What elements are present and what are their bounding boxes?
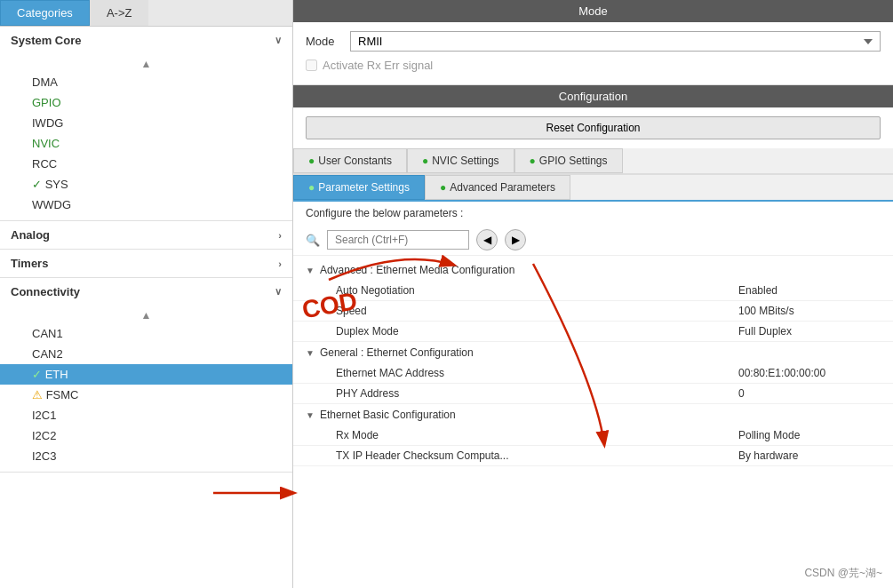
param-name-rx-mode: Rx Mode bbox=[336, 429, 738, 441]
tab-parameter-settings-label: Parameter Settings bbox=[318, 181, 410, 194]
checkbox-rx-err-row: Activate Rx Err signal bbox=[306, 59, 881, 72]
param-value-duplex: Full Duplex bbox=[738, 325, 881, 338]
connectivity-items: ▲ CAN1 CAN2 ETH FSMC I2C1 I2C2 I2C3 bbox=[0, 306, 292, 472]
mode-section-header: Mode bbox=[293, 0, 893, 22]
check-icon-nvic: ● bbox=[422, 155, 428, 167]
tab-user-constants-label: User Constants bbox=[318, 155, 392, 167]
param-row-phy-address: PHY Address 0 bbox=[293, 384, 893, 404]
param-row-duplex: Duplex Mode Full Duplex bbox=[293, 322, 893, 342]
param-value-tx-checksum: By hardware bbox=[738, 449, 881, 462]
param-group-advanced-ethernet[interactable]: ▼ Advanced : Ethernet Media Configuratio… bbox=[293, 259, 893, 281]
param-group-ethernet-basic-label: Ethernet Basic Configuration bbox=[320, 409, 456, 421]
page-wrapper: Categories A->Z System Core ∨ ▲ DMA GPIO… bbox=[0, 0, 893, 588]
param-name-mac: Ethernet MAC Address bbox=[336, 367, 738, 379]
sidebar-item-fsmc[interactable]: FSMC bbox=[0, 385, 292, 405]
sidebar-item-rcc[interactable]: RCC bbox=[0, 154, 292, 174]
tab-gpio-settings-label: GPIO Settings bbox=[539, 155, 608, 167]
sidebar-item-i2c2[interactable]: I2C2 bbox=[0, 425, 292, 446]
chevron-down-icon: ∨ bbox=[275, 35, 282, 46]
section-connectivity-header[interactable]: Connectivity ∨ bbox=[0, 278, 292, 306]
param-value-auto-neg: Enabled bbox=[738, 284, 881, 297]
param-row-mac-address: Ethernet MAC Address 00:80:E1:00:00:00 bbox=[293, 363, 893, 384]
chevron-down-icon-2: ∨ bbox=[275, 286, 282, 298]
tab-advanced-parameters[interactable]: ● Advanced Parameters bbox=[425, 175, 570, 200]
sidebar-item-dma[interactable]: DMA bbox=[0, 72, 292, 92]
sidebar-item-i2c3[interactable]: I2C3 bbox=[0, 446, 292, 466]
param-group-advanced-ethernet-label: Advanced : Ethernet Media Configuration bbox=[320, 264, 514, 276]
sidebar-item-eth[interactable]: ETH bbox=[0, 364, 292, 385]
main-content: Mode Mode RMII MII Activate Rx Err signa… bbox=[293, 0, 893, 588]
param-name-tx-checksum: TX IP Header Checksum Computa... bbox=[336, 449, 738, 462]
param-name-duplex: Duplex Mode bbox=[336, 325, 738, 338]
section-analog-header[interactable]: Analog › bbox=[0, 221, 292, 249]
sidebar: Categories A->Z System Core ∨ ▲ DMA GPIO… bbox=[0, 0, 293, 588]
config-section-header: Configuration bbox=[293, 85, 893, 107]
collapse-icon-1: ▼ bbox=[306, 266, 315, 275]
section-timers-header[interactable]: Timers › bbox=[0, 250, 292, 277]
sidebar-item-gpio[interactable]: GPIO bbox=[0, 92, 292, 113]
section-connectivity: Connectivity ∨ ▲ CAN1 CAN2 ETH FSMC I2C1… bbox=[0, 278, 292, 473]
check-icon-param: ● bbox=[308, 181, 315, 194]
sidebar-item-iwdg[interactable]: IWDG bbox=[0, 113, 292, 133]
tab-user-constants[interactable]: ● User Constants bbox=[293, 148, 407, 173]
search-row: 🔍 ◀ ▶ bbox=[293, 225, 893, 256]
param-row-auto-negotiation: Auto Negotiation Enabled bbox=[293, 281, 893, 301]
section-connectivity-label: Connectivity bbox=[11, 285, 80, 298]
scroll-up-btn[interactable]: ▲ bbox=[0, 56, 292, 72]
mode-label: Mode bbox=[306, 35, 341, 48]
sidebar-item-can2[interactable]: CAN2 bbox=[0, 344, 292, 364]
check-icon-advanced: ● bbox=[440, 181, 446, 194]
param-group-general-ethernet-label: General : Ethernet Configuration bbox=[320, 346, 474, 359]
activate-rx-err-checkbox[interactable] bbox=[306, 60, 317, 71]
search-input[interactable] bbox=[327, 230, 469, 250]
tab-categories[interactable]: Categories bbox=[0, 0, 90, 26]
sidebar-item-can1[interactable]: CAN1 bbox=[0, 323, 292, 344]
params-hint: Configure the below parameters : bbox=[293, 202, 893, 225]
sidebar-content: System Core ∨ ▲ DMA GPIO IWDG NVIC RCC S… bbox=[0, 27, 292, 588]
collapse-icon-3: ▼ bbox=[306, 410, 315, 420]
section-system-core: System Core ∨ ▲ DMA GPIO IWDG NVIC RCC S… bbox=[0, 27, 292, 221]
sidebar-item-wwdg[interactable]: WWDG bbox=[0, 195, 292, 215]
section-analog: Analog › bbox=[0, 221, 292, 250]
sidebar-tabs: Categories A->Z bbox=[0, 0, 292, 27]
check-icon-user-constants: ● bbox=[308, 155, 315, 167]
reset-configuration-button[interactable]: Reset Configuration bbox=[306, 116, 881, 139]
mode-select[interactable]: RMII MII bbox=[350, 31, 881, 52]
config-section: Configuration Reset Configuration ● User… bbox=[293, 85, 893, 588]
section-system-core-header[interactable]: System Core ∨ bbox=[0, 27, 292, 54]
section-timers-label: Timers bbox=[11, 257, 48, 270]
param-name-phy: PHY Address bbox=[336, 387, 738, 400]
tab-az[interactable]: A->Z bbox=[90, 0, 149, 26]
chevron-right-icon: › bbox=[278, 230, 282, 241]
mode-section: Mode RMII MII Activate Rx Err signal bbox=[293, 22, 893, 85]
tabs-row-1: ● User Constants ● NVIC Settings ● GPIO … bbox=[293, 148, 893, 175]
params-content: ▼ Advanced : Ethernet Media Configuratio… bbox=[293, 256, 893, 588]
tab-gpio-settings[interactable]: ● GPIO Settings bbox=[514, 148, 623, 173]
param-value-rx-mode: Polling Mode bbox=[738, 429, 881, 441]
search-icon: 🔍 bbox=[306, 234, 320, 247]
sidebar-item-i2c1[interactable]: I2C1 bbox=[0, 405, 292, 425]
check-icon-gpio: ● bbox=[530, 155, 536, 167]
param-row-rx-mode: Rx Mode Polling Mode bbox=[293, 425, 893, 446]
nav-prev-button[interactable]: ◀ bbox=[476, 229, 498, 250]
param-value-phy: 0 bbox=[738, 387, 881, 400]
collapse-icon-2: ▼ bbox=[306, 348, 315, 358]
system-core-items: ▲ DMA GPIO IWDG NVIC RCC SYS WWDG bbox=[0, 54, 292, 220]
section-timers: Timers › bbox=[0, 250, 292, 278]
sidebar-item-sys[interactable]: SYS bbox=[0, 174, 292, 195]
tab-nvic-settings-label: NVIC Settings bbox=[432, 155, 498, 167]
param-value-speed: 100 MBits/s bbox=[738, 305, 881, 317]
mode-row: Mode RMII MII bbox=[306, 31, 881, 52]
chevron-right-icon-2: › bbox=[278, 258, 282, 269]
tabs-row-2: ● Parameter Settings ● Advanced Paramete… bbox=[293, 175, 893, 202]
tab-nvic-settings[interactable]: ● NVIC Settings bbox=[407, 148, 514, 173]
param-row-speed: Speed 100 MBits/s bbox=[293, 301, 893, 322]
sidebar-item-nvic[interactable]: NVIC bbox=[0, 133, 292, 154]
tab-parameter-settings[interactable]: ● Parameter Settings bbox=[293, 175, 425, 200]
section-analog-label: Analog bbox=[11, 228, 50, 242]
param-group-ethernet-basic[interactable]: ▼ Ethernet Basic Configuration bbox=[293, 404, 893, 425]
param-name-auto-neg: Auto Negotiation bbox=[336, 284, 738, 297]
param-group-general-ethernet[interactable]: ▼ General : Ethernet Configuration bbox=[293, 342, 893, 363]
scroll-up-btn-2[interactable]: ▲ bbox=[0, 307, 292, 323]
nav-next-button[interactable]: ▶ bbox=[505, 229, 526, 250]
